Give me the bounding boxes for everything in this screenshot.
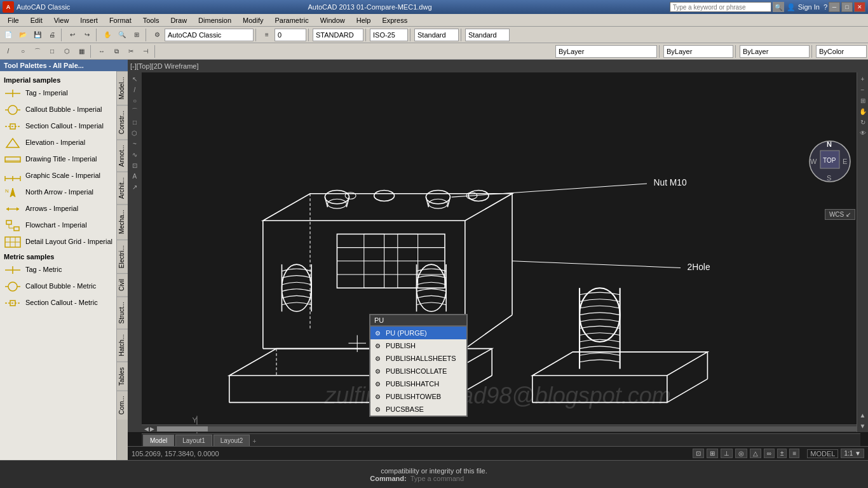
vtab-tables[interactable]: Tables [117, 362, 128, 391]
draw-hatch-btn[interactable]: ▦ [74, 44, 88, 58]
tab-layout2[interactable]: Layout2 [214, 435, 250, 446]
palette-item-graphic-scale-imperial[interactable]: Graphic Scale - Imperial [3, 168, 114, 184]
draw-rect-btn[interactable]: □ [45, 44, 59, 58]
draw-tool-11[interactable]: ↗ [130, 182, 140, 192]
palette-item-tag-imperial[interactable]: Tag - Imperial [3, 85, 114, 102]
draw-tool-5[interactable]: □ [130, 117, 140, 127]
ac-item-publishhatch[interactable]: ⚙ PUBLISHHATCH [370, 377, 466, 390]
h-scrollbar[interactable]: ◀ ▶ [142, 424, 860, 432]
palette-item-elevation-imperial[interactable]: Elevation - Imperial [3, 135, 114, 151]
draw-tool-3[interactable]: ○ [130, 95, 140, 105]
mleader-style-dropdown[interactable]: Standard [414, 29, 459, 41]
menu-file[interactable]: File [3, 16, 24, 25]
palette-item-tag-metric[interactable]: Tag - Metric [3, 262, 114, 278]
zoom-in-btn[interactable]: + [858, 74, 868, 84]
menu-view[interactable]: View [49, 16, 74, 25]
color-combo[interactable]: ByColor [816, 45, 867, 58]
v-scroll-up[interactable]: ▲ [858, 410, 868, 420]
save-btn[interactable]: 💾 [31, 28, 44, 42]
menu-help[interactable]: Help [351, 16, 376, 25]
palette-item-flowchart-imperial[interactable]: Flowchart - Imperial [3, 217, 114, 234]
text-style-dropdown[interactable]: STANDARD [313, 29, 363, 41]
scroll-left-btn[interactable]: ◀ [144, 426, 149, 432]
keyword-search[interactable] [670, 2, 771, 12]
ac-item-pucsbase[interactable]: ⚙ PUCSBASE [370, 403, 466, 416]
vtab-hatch[interactable]: Hatch... [117, 329, 128, 361]
palette-item-drawing-title-imperial[interactable]: Drawing Title - Imperial [3, 151, 114, 168]
menu-parametric[interactable]: Parametric [269, 16, 313, 25]
orbit-btn[interactable]: ↻ [858, 117, 868, 127]
zoom-out-btn[interactable]: − [858, 85, 868, 95]
vtab-civil[interactable]: Civil [117, 273, 128, 296]
menu-edit[interactable]: Edit [25, 16, 48, 25]
maximize-button[interactable]: □ [841, 2, 853, 12]
pan-btn[interactable]: ✋ [100, 28, 114, 42]
view-btn[interactable]: 👁 [858, 128, 868, 138]
otrack-btn[interactable]: ∞ [764, 449, 775, 458]
draw-tool-8[interactable]: ∿ [130, 149, 140, 159]
zoom-extents-right-btn[interactable]: ⊞ [858, 95, 868, 105]
vtab-com[interactable]: Com... [117, 390, 128, 419]
vtab-model[interactable]: Model... [117, 71, 128, 105]
menu-window[interactable]: Window [315, 16, 350, 25]
zoom-extents-btn[interactable]: ⊞ [130, 28, 144, 42]
draw-tool-9[interactable]: ⊡ [130, 160, 140, 170]
ac-item-publish[interactable]: ⚙ PUBLISH [370, 339, 466, 352]
ortho-btn[interactable]: ⊥ [721, 449, 733, 458]
command-line-input[interactable] [410, 475, 498, 482]
workspace-dropdown[interactable]: AutoCAD Classic [165, 29, 254, 41]
close-button[interactable]: ✕ [854, 2, 865, 12]
workspace-settings-btn[interactable]: ⚙ [150, 28, 164, 42]
tab-layout1[interactable]: Layout1 [175, 435, 212, 446]
tab-model[interactable]: Model [143, 435, 174, 446]
vtab-archit[interactable]: Archit... [117, 172, 128, 204]
plot-btn[interactable]: 🖨 [45, 28, 59, 42]
command-input-field[interactable]: PU [370, 315, 467, 326]
menu-draw[interactable]: Draw [165, 16, 192, 25]
menu-dimension[interactable]: Dimension [193, 16, 236, 25]
dynin-btn[interactable]: ± [777, 449, 787, 458]
vtab-electri[interactable]: Electri... [117, 240, 128, 273]
vtab-annot[interactable]: Annot... [117, 139, 128, 172]
ac-item-purge[interactable]: ⚙ PU (PURGE) [370, 327, 466, 339]
draw-tool-6[interactable]: ⬡ [130, 128, 140, 138]
minimize-button[interactable]: ─ [829, 2, 840, 12]
app-name-dropdown[interactable]: AutoCAD Classic [17, 3, 70, 11]
scroll-right-btn[interactable]: ▶ [150, 426, 154, 432]
undo-btn[interactable]: ↩ [65, 28, 79, 42]
modify-move-btn[interactable]: ↔ [95, 44, 109, 58]
menu-insert[interactable]: Insert [75, 16, 103, 25]
vtab-struct[interactable]: Struct... [117, 296, 128, 329]
dim-style-dropdown[interactable]: ISO-25 [370, 29, 408, 41]
open-file-btn[interactable]: 📂 [16, 28, 30, 42]
ac-item-publishall[interactable]: ⚙ PUBLISHALLSHEETS [370, 352, 466, 365]
palette-item-arrows-imperial[interactable]: Arrows - Imperial [3, 201, 114, 217]
redo-btn[interactable]: ↪ [80, 28, 94, 42]
palette-item-section-callout-imperial[interactable]: Section Callout - Imperial [3, 118, 114, 135]
menu-tools[interactable]: Tools [138, 16, 165, 25]
lineweight-combo[interactable]: ByLayer [740, 45, 810, 58]
new-file-btn[interactable]: 📄 [1, 28, 15, 42]
search-icon[interactable]: 🔍 [773, 2, 784, 12]
table-style-dropdown[interactable]: Standard [465, 29, 510, 41]
ac-item-publishcollate[interactable]: ⚙ PUBLISHCOLLATE [370, 365, 466, 377]
draw-line-btn[interactable]: / [1, 44, 15, 58]
draw-tool-7[interactable]: ~ [130, 139, 140, 149]
draw-tool-10[interactable]: A [130, 171, 140, 181]
palette-item-detail-layout-grid-imperial[interactable]: Detail Layout Grid - Imperial [3, 234, 114, 250]
modify-extend-btn[interactable]: ⊣ [139, 44, 153, 58]
draw-tool-4[interactable]: ⌒ [130, 106, 140, 116]
draw-arc-btn[interactable]: ⌒ [31, 44, 44, 58]
h-scroll-thumb[interactable] [157, 426, 208, 431]
menu-modify[interactable]: Modify [238, 16, 268, 25]
linetype-combo[interactable]: ByLayer [663, 45, 733, 58]
draw-poly-btn[interactable]: ⬡ [60, 44, 74, 58]
menu-format[interactable]: Format [104, 16, 137, 25]
palette-item-north-arrow-imperial[interactable]: N North Arrow - Imperial [3, 184, 114, 201]
polar-btn[interactable]: ◎ [735, 449, 747, 458]
add-tab-btn[interactable]: + [251, 436, 257, 446]
help-icon[interactable]: ? [824, 3, 827, 11]
pan-right-btn[interactable]: ✋ [858, 106, 868, 116]
osnap-btn[interactable]: △ [750, 449, 761, 458]
palette-item-section-callout-metric[interactable]: Section Callout - Metric [3, 295, 114, 311]
